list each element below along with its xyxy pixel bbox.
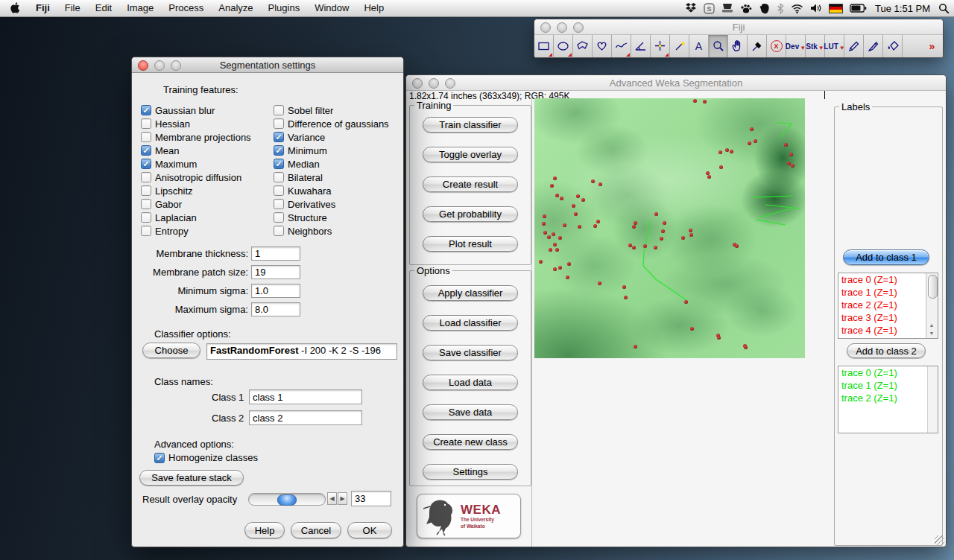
- toolbar-titlebar[interactable]: Fiji: [534, 19, 943, 35]
- pencil-tool[interactable]: [844, 35, 864, 57]
- more-tools[interactable]: »: [920, 35, 943, 57]
- zoom-button[interactable]: [445, 78, 455, 89]
- class2-scrollbar[interactable]: [927, 366, 938, 433]
- get-probability-button[interactable]: Get probability: [423, 206, 518, 222]
- choose-button[interactable]: Choose: [142, 343, 200, 358]
- wand-tool[interactable]: [670, 35, 689, 57]
- wifi-icon[interactable]: [791, 4, 803, 13]
- class1-input[interactable]: [249, 389, 362, 404]
- checkbox[interactable]: [274, 212, 284, 223]
- apply-classifier-button[interactable]: Apply classifier: [423, 285, 518, 301]
- feature-membrane-projections[interactable]: Membrane projections: [141, 130, 274, 144]
- checkbox[interactable]: [141, 212, 151, 223]
- checkbox[interactable]: [141, 118, 151, 129]
- class1-scrollbar[interactable]: ▲ ▼: [926, 273, 938, 338]
- field-input[interactable]: [251, 265, 300, 279]
- shield-s-icon[interactable]: S: [704, 3, 715, 14]
- zoom-button[interactable]: [573, 22, 584, 33]
- opacity-slider[interactable]: [248, 493, 326, 506]
- homogenize-checkbox[interactable]: [154, 453, 165, 463]
- german-flag-icon[interactable]: [829, 4, 843, 13]
- feature-median[interactable]: Median: [274, 157, 397, 171]
- checkbox[interactable]: [274, 105, 284, 115]
- trace-item[interactable]: trace 3 (Z=1): [838, 311, 938, 324]
- train-classifier-button[interactable]: Train classifier: [423, 117, 518, 133]
- feature-sobel-filter[interactable]: Sobel filter: [274, 104, 397, 117]
- save-data-button[interactable]: Save data: [423, 404, 518, 420]
- rectangle-tool[interactable]: [534, 35, 554, 57]
- minimize-button[interactable]: [429, 78, 439, 89]
- trace-item[interactable]: trace 0 (Z=1): [838, 273, 938, 286]
- checkbox[interactable]: [141, 185, 151, 196]
- load-classifier-button[interactable]: Load classifier: [423, 315, 518, 331]
- polygon-tool[interactable]: [573, 35, 593, 57]
- dev-tool[interactable]: Dev▼: [786, 35, 806, 57]
- create-result-button[interactable]: Create result: [423, 176, 518, 192]
- feature-difference-of-gaussians[interactable]: Difference of gaussians: [274, 117, 397, 130]
- menu-file[interactable]: File: [57, 2, 88, 13]
- menu-window[interactable]: Window: [307, 2, 356, 13]
- field-input[interactable]: [251, 284, 300, 298]
- trace-item[interactable]: trace 2 (Z=1): [838, 392, 938, 404]
- toggle-overlay-button[interactable]: Toggle overlay: [423, 147, 518, 162]
- checkbox[interactable]: [141, 226, 151, 236]
- bluetooth-icon[interactable]: [777, 3, 784, 14]
- line-tool[interactable]: [612, 35, 631, 57]
- checkbox[interactable]: [274, 159, 284, 169]
- save-classifier-button[interactable]: Save classifier: [423, 345, 518, 360]
- ok-button[interactable]: OK: [347, 522, 392, 538]
- opacity-value-field[interactable]: [351, 491, 391, 506]
- feature-mean[interactable]: Mean: [141, 144, 274, 157]
- checkbox[interactable]: [274, 185, 284, 196]
- menu-image[interactable]: Image: [119, 2, 161, 13]
- class2-input[interactable]: [249, 410, 362, 425]
- feature-neighbors[interactable]: Neighbors: [274, 224, 397, 238]
- fill-tool[interactable]: [883, 35, 903, 57]
- feature-anisotropic-diffusion[interactable]: Anisotropic diffusion: [141, 171, 274, 184]
- scroll-down-icon[interactable]: ▼: [926, 328, 937, 337]
- cancel-button[interactable]: Cancel: [291, 522, 341, 538]
- menu-edit[interactable]: Edit: [88, 2, 119, 13]
- feature-kuwahara[interactable]: Kuwahara: [274, 184, 397, 197]
- feature-gabor[interactable]: Gabor: [141, 197, 274, 211]
- spotlight-icon[interactable]: [938, 3, 950, 14]
- checkbox[interactable]: [141, 105, 151, 115]
- class1-trace-list[interactable]: trace 0 (Z=1)trace 1 (Z=1)trace 2 (Z=1)t…: [838, 273, 938, 339]
- checkbox[interactable]: [274, 226, 284, 236]
- weka-titlebar[interactable]: Advanced Weka Segmentation: [406, 75, 946, 91]
- menu-help[interactable]: Help: [356, 2, 391, 13]
- minimize-button[interactable]: [557, 22, 567, 33]
- class1-scrollbar-thumb[interactable]: [928, 275, 938, 299]
- text-tool[interactable]: A: [689, 35, 709, 57]
- feature-variance[interactable]: Variance: [274, 130, 397, 144]
- feature-minimum[interactable]: Minimum: [274, 144, 397, 157]
- battery-icon[interactable]: [850, 4, 867, 13]
- brush-tool[interactable]: [864, 35, 883, 57]
- menu-fiji[interactable]: Fiji: [28, 2, 57, 13]
- checkbox[interactable]: [274, 118, 284, 129]
- close-button[interactable]: [138, 60, 148, 71]
- checkbox[interactable]: [274, 172, 284, 182]
- field-input[interactable]: [251, 246, 300, 261]
- settings-button[interactable]: Settings: [423, 464, 518, 480]
- feature-structure[interactable]: Structure: [274, 211, 397, 224]
- classifier-options-field[interactable]: FastRandomForest -I 200 -K 2 -S -196: [206, 343, 397, 360]
- feature-hessian[interactable]: Hessian: [141, 117, 274, 130]
- trace-item[interactable]: trace 4 (Z=1): [838, 324, 938, 337]
- lut-tool[interactable]: LUT▼: [825, 35, 844, 57]
- close-x-tool[interactable]: X: [767, 35, 786, 57]
- checkbox[interactable]: [141, 145, 151, 156]
- add-to-class2-button[interactable]: Add to class 2: [847, 343, 926, 358]
- menu-analyze[interactable]: Analyze: [211, 2, 260, 13]
- paw-icon[interactable]: [740, 3, 752, 14]
- checkbox[interactable]: [141, 159, 151, 169]
- save-feature-stack-button[interactable]: Save feature stack: [139, 470, 244, 486]
- trace-item[interactable]: trace 0 (Z=1): [838, 366, 938, 379]
- drive-icon[interactable]: [721, 3, 733, 13]
- close-button[interactable]: [540, 22, 551, 33]
- zoom-button[interactable]: [171, 60, 181, 71]
- feature-bilateral[interactable]: Bilateral: [274, 171, 397, 184]
- trace-item[interactable]: trace 1 (Z=1): [838, 379, 938, 392]
- checkbox[interactable]: [141, 199, 151, 209]
- plot-result-button[interactable]: Plot result: [423, 236, 518, 252]
